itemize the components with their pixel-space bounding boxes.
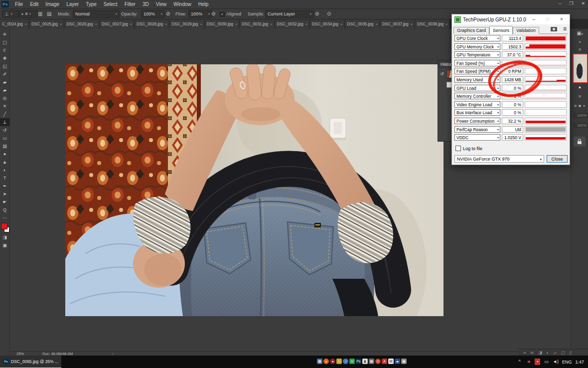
- sensor-select[interactable]: Bus Interface Load ▾: [454, 109, 500, 116]
- app-grid[interactable]: ▦: [369, 359, 374, 364]
- layers-footer-icon[interactable]: ◨: [538, 351, 542, 355]
- menu-item[interactable]: Filter: [121, 0, 139, 8]
- sensor-select[interactable]: Fan Speed (%) ▾: [454, 60, 500, 66]
- document-tab[interactable]: C_0024.jpg ×: [0, 19, 29, 29]
- document-tab[interactable]: DSC_0026.jpg ×: [64, 19, 99, 29]
- airbrush-icon[interactable]: ⊘: [211, 9, 215, 19]
- app-calculator[interactable]: ▤: [388, 359, 394, 364]
- menu-icon[interactable]: ≡: [563, 25, 567, 32]
- aligned-checkbox[interactable]: ✓Aligned: [220, 9, 241, 19]
- gpu-device-dropdown[interactable]: NVIDIA GeForce GTX 970 ▾: [454, 155, 544, 163]
- tab-close-icon[interactable]: ×: [95, 22, 97, 26]
- speaker-tray-icon[interactable]: ◄): [553, 359, 559, 365]
- sensor-select[interactable]: GPU Temperature ▾: [454, 51, 500, 58]
- collapse-triangle[interactable]: ▲: [571, 85, 588, 89]
- sensor-select[interactable]: GPU Memory Clock ▾: [454, 43, 500, 50]
- menu-item[interactable]: Edit: [26, 0, 42, 8]
- more-tools[interactable]: ⋯: [0, 214, 9, 222]
- history-brush-tool[interactable]: ↺: [0, 126, 9, 134]
- sensor-select[interactable]: PerfCap Reason ▾: [454, 126, 500, 133]
- document-tab[interactable]: DSC_0031.jpg ×: [240, 19, 275, 29]
- layers-footer-icon[interactable]: ▯: [569, 351, 571, 355]
- document-tab[interactable]: DSC_0035.jpg ×: [345, 19, 380, 29]
- navigator-thumbnail[interactable]: [573, 53, 588, 83]
- layers-footer-icon[interactable]: ▢: [561, 351, 565, 355]
- zoom-tool[interactable]: Q: [0, 206, 9, 214]
- document-tab[interactable]: DSC_0028.jpg ×: [135, 19, 169, 29]
- app-gray-box[interactable]: ▣: [401, 359, 407, 364]
- quick-selection-tool[interactable]: ❋: [0, 54, 9, 62]
- spot-healing-brush-tool[interactable]: ▰: [0, 78, 9, 86]
- app-photos[interactable]: ▦: [317, 359, 322, 364]
- path-selection-tool[interactable]: ➤: [0, 190, 9, 198]
- sensor-select[interactable]: GPU Load ▾: [454, 85, 500, 91]
- document-tab[interactable]: DSC_0037.jpg ×: [380, 19, 415, 29]
- layers-footer-icon[interactable]: ◐: [547, 351, 549, 355]
- tab-close-icon[interactable]: ×: [24, 22, 26, 26]
- healing-brush-tool[interactable]: ▰: [0, 86, 9, 94]
- eyedropper-tool[interactable]: ✐: [0, 70, 9, 78]
- flow-dropdown[interactable]: 100% ▾: [188, 10, 212, 18]
- tab-close-icon[interactable]: ×: [375, 22, 377, 26]
- pressure-opacity-icon[interactable]: ⊘: [166, 9, 170, 19]
- tab-close-icon[interactable]: ×: [200, 22, 202, 26]
- tab-close-icon[interactable]: ×: [411, 22, 413, 26]
- camera-icon[interactable]: [551, 27, 557, 31]
- toggle-brush-panel-icon[interactable]: ▥: [38, 9, 42, 19]
- sensor-select[interactable]: Power Consumption ▾: [454, 118, 500, 124]
- eraser-tool[interactable]: ▭: [0, 134, 9, 142]
- tab-close-icon[interactable]: ×: [445, 22, 447, 26]
- layers-footer-icon[interactable]: fx: [531, 351, 534, 355]
- sensor-select[interactable]: GPU Core Clock ▾: [454, 35, 500, 41]
- app-green-h[interactable]: H: [349, 359, 355, 364]
- layers-footer-icon[interactable]: ∞: [523, 351, 526, 355]
- document-tab[interactable]: DSC_0034.jpg ×: [310, 19, 345, 29]
- minimize-icon[interactable]: –: [559, 0, 561, 7]
- menu-item[interactable]: Image: [42, 0, 63, 8]
- document-tab[interactable]: DSC_0029.jpg ×: [169, 19, 204, 29]
- type-tool[interactable]: T: [0, 174, 9, 182]
- move-tool[interactable]: ✛: [0, 30, 9, 38]
- collapse-panels-button[interactable]: »: [571, 39, 588, 44]
- sample-dropdown[interactable]: Current Layer ▾: [265, 10, 314, 18]
- tab-close-icon[interactable]: ×: [235, 22, 237, 26]
- network-tray-icon[interactable]: ▭: [544, 359, 549, 365]
- document-tab[interactable]: DSC_0038.jpg ×: [415, 19, 450, 29]
- toggle-clone-source-icon[interactable]: ▤: [47, 9, 51, 19]
- lasso-tool[interactable]: Ϛ: [0, 46, 9, 54]
- dodge-tool[interactable]: ◐: [0, 166, 9, 174]
- quick-mask-button[interactable]: ◨: [0, 233, 9, 241]
- app-cloud-blue[interactable]: ◔: [343, 359, 348, 364]
- app-meter-white[interactable]: ▮: [362, 359, 368, 364]
- tab-close-icon[interactable]: ×: [305, 22, 307, 26]
- panel-menu-icon-2[interactable]: ≡: [571, 94, 588, 99]
- sensor-select[interactable]: Memory Controller Load ▾: [454, 93, 500, 99]
- log-to-file-checkbox[interactable]: Log to file: [455, 146, 482, 151]
- menu-item[interactable]: Window: [170, 0, 195, 8]
- app-navy-doc[interactable]: ▰: [395, 359, 400, 364]
- app-red-a[interactable]: A: [382, 359, 387, 364]
- tab-close-icon[interactable]: ×: [340, 22, 342, 26]
- tab-close-icon[interactable]: ×: [165, 22, 167, 26]
- content-aware-move-tool[interactable]: ✕: [0, 102, 9, 110]
- mode-dropdown[interactable]: Normal ▾: [73, 10, 120, 18]
- clock[interactable]: 1:47: [575, 360, 584, 365]
- restore-icon[interactable]: ❐: [569, 0, 573, 7]
- brush-preset-picker[interactable]: ● 8 ▾: [19, 10, 38, 18]
- blur-tool[interactable]: ●: [0, 150, 9, 158]
- ignore-adjustment-layers-icon[interactable]: ⊘: [315, 9, 319, 19]
- tab-close-icon[interactable]: ×: [60, 22, 62, 26]
- hidden-icons-chevron[interactable]: ^: [517, 359, 522, 365]
- opacity-dropdown[interactable]: 100% ▾: [141, 10, 165, 18]
- sensor-select[interactable]: Memory Used ▾: [454, 76, 500, 83]
- pressure-size-icon[interactable]: ⊙: [327, 9, 331, 19]
- gradient-tool[interactable]: ▤: [0, 142, 9, 150]
- sensor-select[interactable]: Video Engine Load ▾: [454, 101, 500, 108]
- brush-tool[interactable]: ╱: [0, 110, 9, 118]
- taskbar-task[interactable]: Ps DSC_0065.jpg @ 25% ...: [0, 356, 61, 368]
- gpuz-close-icon[interactable]: ×: [555, 14, 569, 24]
- gpuz-tab[interactable]: Graphics Card: [453, 27, 489, 34]
- gpuz-titlebar[interactable]: TechPowerUp GPU-Z 1.10.0 – □ ×: [452, 14, 570, 24]
- menu-item[interactable]: View: [152, 0, 170, 8]
- crop-tool[interactable]: ◱: [0, 62, 9, 70]
